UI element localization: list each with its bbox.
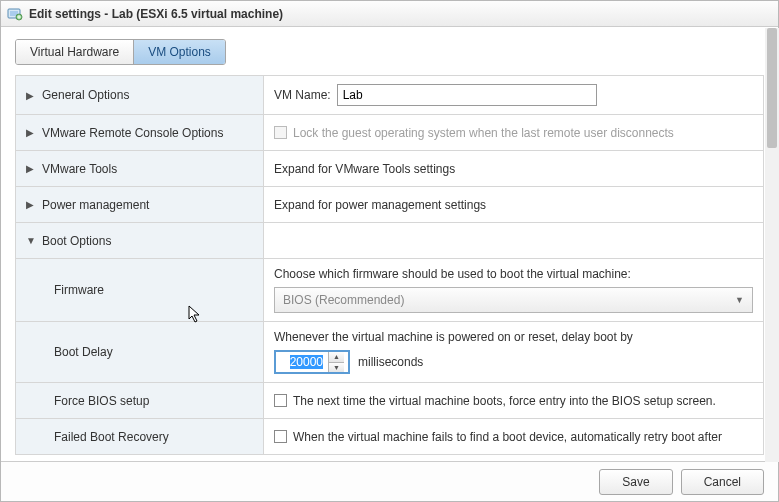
row-firmware: Firmware Choose which firmware should be…	[16, 259, 763, 322]
row-label: Boot Delay	[54, 345, 113, 359]
row-label: General Options	[42, 88, 129, 102]
chevron-right-icon: ▶	[26, 127, 36, 138]
row-power-management[interactable]: ▶ Power management Expand for power mana…	[16, 187, 763, 223]
row-label: Boot Options	[42, 234, 111, 248]
row-general-options[interactable]: ▶ General Options VM Name:	[16, 76, 763, 115]
boot-delay-desc: Whenever the virtual machine is powered …	[274, 330, 753, 344]
row-boot-options[interactable]: ▼ Boot Options	[16, 223, 763, 259]
footer: Save Cancel	[1, 461, 778, 501]
failed-boot-text: When the virtual machine fails to find a…	[293, 430, 722, 444]
settings-rows: ▶ General Options VM Name: ▶ VMware Remo…	[15, 75, 764, 455]
force-bios-checkbox[interactable]	[274, 394, 287, 407]
tabs: Virtual Hardware VM Options	[15, 39, 226, 65]
failed-boot-checkbox[interactable]	[274, 430, 287, 443]
row-remote-console[interactable]: ▶ VMware Remote Console Options Lock the…	[16, 115, 763, 151]
row-failed-boot: Failed Boot Recovery When the virtual ma…	[16, 419, 763, 455]
save-button[interactable]: Save	[599, 469, 672, 495]
power-mgmt-text: Expand for power management settings	[274, 198, 753, 212]
spinner-down-button[interactable]: ▼	[329, 363, 344, 373]
row-force-bios: Force BIOS setup The next time the virtu…	[16, 383, 763, 419]
row-label: Firmware	[54, 283, 104, 297]
chevron-right-icon: ▶	[26, 163, 36, 174]
row-label: VMware Remote Console Options	[42, 126, 223, 140]
vm-name-label: VM Name:	[274, 88, 331, 102]
lock-guest-checkbox	[274, 126, 287, 139]
vmware-tools-text: Expand for VMware Tools settings	[274, 162, 753, 176]
tab-vm-options[interactable]: VM Options	[134, 40, 225, 64]
row-label: Power management	[42, 198, 149, 212]
chevron-right-icon: ▶	[26, 199, 36, 210]
tab-virtual-hardware[interactable]: Virtual Hardware	[16, 40, 134, 64]
boot-delay-spinner: ▲ ▼	[274, 350, 350, 374]
scroll-thumb[interactable]	[767, 28, 777, 148]
vm-name-input[interactable]	[337, 84, 597, 106]
force-bios-text: The next time the virtual machine boots,…	[293, 394, 716, 408]
firmware-select[interactable]: BIOS (Recommended) ▼	[274, 287, 753, 313]
vm-icon	[7, 6, 23, 22]
chevron-down-icon: ▼	[26, 235, 36, 246]
row-label: VMware Tools	[42, 162, 117, 176]
spinner-up-button[interactable]: ▲	[329, 352, 344, 363]
boot-delay-input[interactable]	[276, 352, 328, 372]
boot-delay-unit: milliseconds	[358, 355, 423, 369]
scrollbar[interactable]	[765, 28, 779, 462]
titlebar: Edit settings - Lab (ESXi 6.5 virtual ma…	[1, 1, 778, 27]
chevron-right-icon: ▶	[26, 90, 36, 101]
firmware-value: BIOS (Recommended)	[283, 293, 404, 307]
cancel-button[interactable]: Cancel	[681, 469, 764, 495]
edit-settings-dialog: Edit settings - Lab (ESXi 6.5 virtual ma…	[0, 0, 779, 502]
window-title: Edit settings - Lab (ESXi 6.5 virtual ma…	[29, 7, 283, 21]
row-boot-delay: Boot Delay Whenever the virtual machine …	[16, 322, 763, 383]
firmware-desc: Choose which firmware should be used to …	[274, 267, 753, 281]
chevron-down-icon: ▼	[735, 295, 744, 305]
content-area: Virtual Hardware VM Options ▶ General Op…	[1, 27, 778, 461]
row-vmware-tools[interactable]: ▶ VMware Tools Expand for VMware Tools s…	[16, 151, 763, 187]
row-label: Force BIOS setup	[54, 394, 149, 408]
row-label: Failed Boot Recovery	[54, 430, 169, 444]
lock-guest-text: Lock the guest operating system when the…	[293, 126, 674, 140]
